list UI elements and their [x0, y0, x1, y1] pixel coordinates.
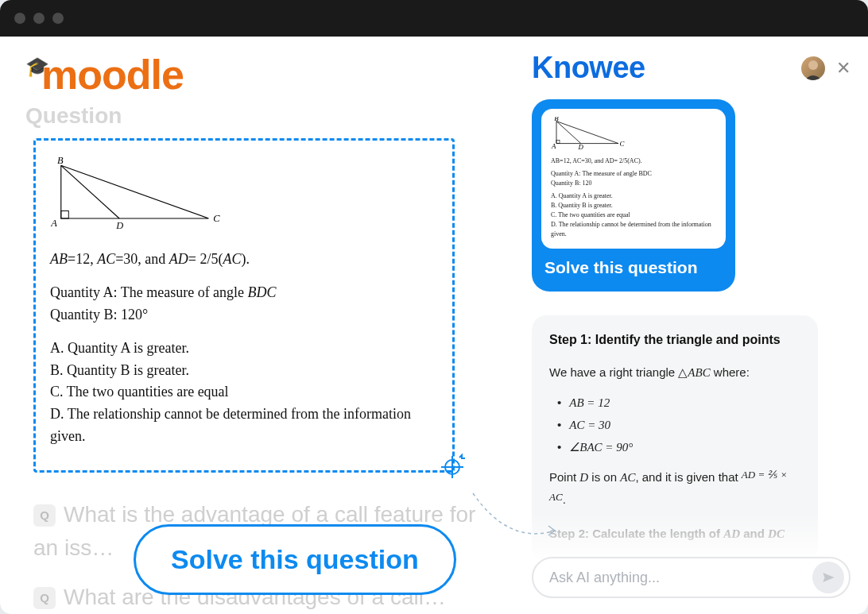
quantity-b: Quantity B: 120°	[50, 304, 438, 326]
q-badge-icon: Q	[33, 587, 56, 609]
step2-title: Step 2: Calculate the length of AD and D…	[549, 523, 800, 545]
svg-rect-11	[556, 141, 560, 144]
window-min-dot[interactable]	[33, 13, 45, 24]
svg-text:B: B	[554, 117, 559, 122]
bullet-ac: AC = 30	[557, 414, 800, 436]
crop-handle-icon[interactable]	[438, 453, 467, 481]
question-preview: B A D C AB=12, AC=30, and AD= 2/5(AC). Q…	[541, 109, 726, 249]
knowee-logo: Knowee	[532, 51, 645, 85]
send-icon	[821, 570, 835, 585]
question-heading: Question	[25, 103, 486, 129]
svg-text:C: C	[620, 140, 625, 148]
step1-title: Step 1: Identify the triangle and points	[549, 333, 800, 347]
question-text: AB=12, AC=30, and AD= 2/5(AC). Quantity …	[50, 249, 438, 448]
user-avatar[interactable]	[801, 56, 825, 80]
arrow-icon	[469, 489, 564, 569]
chat-input[interactable]	[549, 570, 812, 586]
svg-line-10	[556, 122, 581, 144]
question-card[interactable]: B A D C AB=12, AC=30, and AD= 2/5(AC). Q…	[532, 99, 735, 292]
svg-line-0	[61, 165, 119, 218]
bullet-angle: ∠BAC = 90°	[557, 436, 800, 458]
quantity-a: Quantity A: The measure of angle BDC	[50, 282, 438, 304]
svg-point-9	[808, 60, 818, 70]
svg-text:B: B	[57, 155, 64, 166]
grad-cap-icon: 🎓	[25, 56, 49, 78]
moodle-logo: 🎓 moodle	[22, 54, 486, 95]
triangle-diagram: B A D C	[45, 155, 228, 234]
option-a: A. Quantity A is greater.	[50, 338, 438, 360]
option-b: B. Quantity B is greater.	[50, 360, 438, 382]
answer-intro: We have a right triangle △△ABCABC where:	[549, 361, 800, 384]
svg-rect-1	[61, 210, 69, 218]
option-c: C. The two quantities are equal	[50, 381, 438, 404]
chat-input-bar[interactable]	[532, 557, 851, 598]
bullet-ab: AB = 12	[557, 392, 800, 414]
window-max-dot[interactable]	[52, 13, 64, 24]
browser-window: 🎓 moodle Question B A D C AB=12, AC=30, …	[0, 0, 868, 614]
option-d: D. The relationship cannot be determined…	[50, 404, 438, 448]
window-close-dot[interactable]	[14, 13, 25, 24]
moodle-wordmark: moodle	[41, 54, 184, 95]
answer-point-d: Point D is on AC, and it is given that A…	[549, 466, 800, 510]
question-line1: AB=12, AC=30, and AD= 2/5(AC).	[50, 249, 438, 271]
q-badge-icon: Q	[33, 504, 56, 527]
svg-text:C: C	[213, 213, 220, 224]
window-titlebar	[0, 0, 868, 37]
solve-question-button[interactable]: Solve this question	[134, 524, 456, 595]
close-icon[interactable]: ✕	[836, 58, 851, 79]
screenshot-selection[interactable]: B A D C AB=12, AC=30, and AD= 2/5(AC). Q…	[33, 138, 455, 473]
svg-text:D: D	[578, 143, 584, 150]
answer-panel: Step 1: Identify the triangle and points…	[532, 315, 818, 562]
svg-text:A: A	[50, 218, 57, 229]
svg-text:A: A	[551, 142, 556, 150]
send-button[interactable]	[812, 562, 844, 593]
svg-text:D: D	[115, 220, 123, 231]
card-cta-label: Solve this question	[544, 258, 726, 277]
